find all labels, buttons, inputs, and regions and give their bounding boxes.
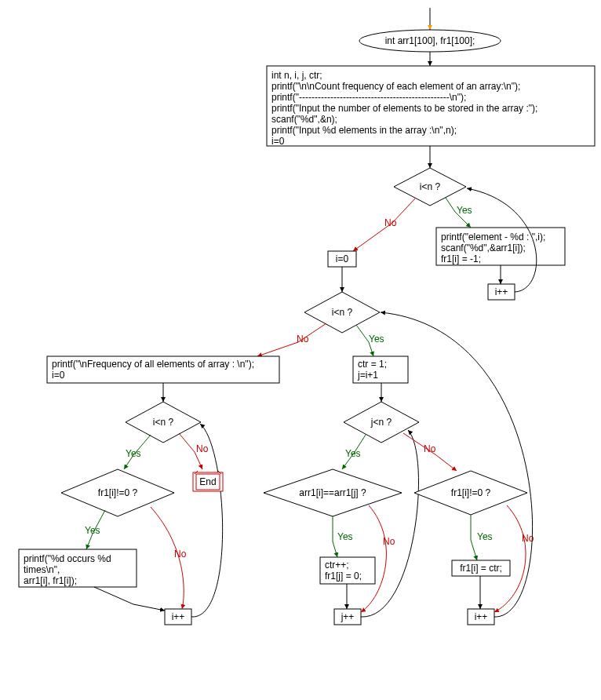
print-occ-l2: arr1[i], fr1[i]); <box>24 575 77 586</box>
cond1-text: i<n ? <box>420 181 441 192</box>
init-l1: printf("\n\nCount frequency of each elem… <box>271 81 520 92</box>
read-l1: scanf("%d",&arr1[i]); <box>441 242 526 253</box>
decl-text: int arr1[100], fr1[100]; <box>385 35 475 46</box>
eq-body-l0: ctr++; <box>325 560 349 571</box>
init-l3: printf("Input the number of elements to … <box>271 103 537 114</box>
print-freq-l1: i=0 <box>52 370 65 381</box>
set-ctr-l1: j=i+1 <box>357 370 378 381</box>
read-l2: fr1[i] = -1; <box>441 253 481 264</box>
cond-fr1-text: fr1[i]!=0 ? <box>451 487 491 498</box>
cond-j-yes: Yes <box>345 448 361 459</box>
inc3-text: i++ <box>172 611 185 622</box>
cond2-yes: Yes <box>369 334 384 345</box>
cond-eq-yes: Yes <box>337 531 353 542</box>
set-fr1-text: fr1[i] = ctr; <box>460 563 502 574</box>
init-l2: printf("--------------------------------… <box>271 92 466 103</box>
print-freq-l0: printf("\nFrequency of all elements of a… <box>52 359 254 370</box>
cond3-no: No <box>196 443 209 454</box>
end-text: End <box>199 476 216 487</box>
cond3-text: i<n ? <box>153 417 174 428</box>
cond-eq-text: arr1[i]==arr1[j] ? <box>299 487 366 498</box>
cond1-no: No <box>384 217 397 228</box>
cond2-no: No <box>297 334 309 345</box>
cond3-yes: Yes <box>126 448 141 459</box>
inc-j-text: j++ <box>341 611 355 622</box>
cond-j-text: j<n ? <box>370 417 392 428</box>
cond-fr2-no: No <box>174 549 187 560</box>
set-ctr-l0: ctr = 1; <box>358 359 387 370</box>
init-l6: i=0 <box>271 136 285 147</box>
init-l5: printf("Input %d elements in the array :… <box>271 125 457 136</box>
cond-fr2-yes: Yes <box>85 525 100 536</box>
init-l4: scanf("%d",&n); <box>271 114 337 125</box>
cond1-yes: Yes <box>457 205 472 216</box>
cond-fr1-yes: Yes <box>477 531 493 542</box>
print-occ-l1: times\n", <box>24 564 60 575</box>
read-l0: printf("element - %d : ",i); <box>441 232 545 242</box>
flowchart-canvas: int arr1[100], fr1[100]; int n, i, j, ct… <box>0 0 601 700</box>
inc2-text: i++ <box>475 611 488 622</box>
reset-i-text: i=0 <box>336 253 349 264</box>
cond2-text: i<n ? <box>332 307 353 318</box>
cond-j-no: No <box>424 443 436 454</box>
init-l0: int n, i, j, ctr; <box>271 70 322 81</box>
inc1-text: i++ <box>495 286 508 297</box>
print-occ-l0: printf("%d occurs %d <box>24 553 111 564</box>
eq-body-l1: fr1[j] = 0; <box>325 571 362 582</box>
cond-eq-no: No <box>383 536 395 547</box>
cond-fr2-text: fr1[i]!=0 ? <box>98 487 138 498</box>
